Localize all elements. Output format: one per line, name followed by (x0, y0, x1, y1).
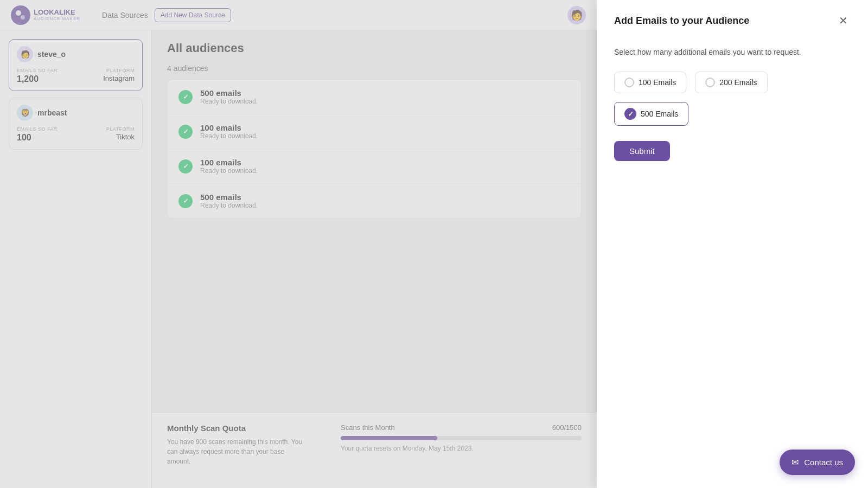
platform-value-steve-o: Instagram (103, 74, 135, 82)
svg-point-2 (21, 15, 25, 20)
radio-check-500 (624, 108, 636, 120)
quota-numbers: 600/1500 (552, 423, 582, 432)
check-icon-2 (178, 125, 193, 139)
right-panel: Add Emails to your Audience ✕ Select how… (597, 0, 868, 488)
scans-label: Scans this Month (341, 423, 395, 432)
source-avatar-steve-o: 🧑 (17, 46, 33, 62)
email-option-500[interactable]: 500 Emails (614, 102, 688, 126)
platform-value-mrbeast: Tiktok (106, 133, 135, 141)
audience-item: 100 emails Ready to download. (168, 149, 581, 184)
progress-bar-fill (341, 436, 437, 440)
audience-list: 500 emails Ready to download. 100 emails… (167, 79, 582, 219)
emails-value-mrbeast: 100 (17, 133, 58, 143)
audience-item: 500 emails Ready to download. (168, 80, 581, 114)
platform-label-steve-o: PLATFORM (103, 68, 135, 73)
check-icon-4 (178, 194, 193, 208)
sidebar: 🧑 steve_o EMAILS SO FAR 1,200 PLATFORM I… (0, 30, 152, 488)
check-icon-1 (178, 90, 193, 104)
logo: LOOKALIKE AUDIENCE MAKER (11, 5, 80, 25)
panel-subtitle: Select how many additional emails you wa… (614, 48, 851, 56)
source-name-mrbeast: mrbeast (37, 108, 67, 117)
svg-point-0 (11, 5, 30, 25)
audience-status-3: Ready to download. (200, 167, 258, 175)
logo-sub: AUDIENCE MAKER (34, 16, 80, 21)
email-option-100[interactable]: 100 Emails (614, 72, 686, 93)
audience-status-2: Ready to download. (200, 132, 258, 140)
radio-200 (705, 78, 715, 87)
source-name-steve-o: steve_o (37, 50, 66, 59)
data-sources-label: Data Sources (102, 11, 148, 20)
radio-100 (624, 78, 634, 87)
audience-status-4: Ready to download. (200, 202, 258, 209)
submit-button[interactable]: Submit (614, 141, 670, 161)
check-icon-3 (178, 159, 193, 174)
source-card-header-mrbeast: 🦁 mrbeast (17, 105, 135, 121)
user-avatar-nav: 🧑 (567, 6, 586, 24)
quota-reset: Your quota resets on Monday, May 15th 20… (341, 445, 582, 452)
logo-text: LOOKALIKE (34, 9, 80, 16)
source-stats-steve-o: EMAILS SO FAR 1,200 PLATFORM Instagram (17, 68, 135, 84)
email-option-200[interactable]: 200 Emails (695, 72, 767, 93)
user-avatar: 🧑 (567, 6, 586, 24)
panel-header: Add Emails to your Audience ✕ (614, 13, 851, 37)
sidebar-header-inline: Data Sources Add New Data Source (102, 8, 231, 22)
close-panel-button[interactable]: ✕ (835, 13, 851, 28)
source-card-header: 🧑 steve_o (17, 46, 135, 62)
source-avatar-mrbeast: 🦁 (17, 105, 33, 121)
bottom-bar: Monthly Scan Quota You have 900 scans re… (152, 412, 597, 488)
source-card-mrbeast[interactable]: 🦁 mrbeast EMAILS SO FAR 100 PLATFORM Tik… (9, 98, 143, 150)
emails-value-steve-o: 1,200 (17, 74, 58, 84)
contact-us-label: Contact us (804, 458, 843, 467)
audience-status-1: Ready to download. (200, 98, 258, 105)
mail-icon: ✉ (792, 457, 799, 467)
source-stats-mrbeast: EMAILS SO FAR 100 PLATFORM Tiktok (17, 126, 135, 143)
emails-label-mrbeast: EMAILS SO FAR (17, 126, 58, 132)
audience-emails-3: 100 emails (200, 158, 258, 167)
emails-label-steve-o: EMAILS SO FAR (17, 68, 58, 73)
email-options: 100 Emails 200 Emails (614, 72, 851, 93)
audiences-count: 4 audiences (167, 64, 582, 73)
email-option-500-label: 500 Emails (641, 110, 678, 118)
quota-progress-bar (341, 436, 582, 440)
contact-us-button[interactable]: ✉ Contact us (780, 450, 855, 475)
audience-emails-2: 100 emails (200, 123, 258, 132)
email-option-200-label: 200 Emails (719, 78, 757, 87)
logo-icon (11, 5, 30, 25)
audiences-section: All audiences 4 audiences 500 emails Rea… (152, 41, 597, 219)
audience-emails-1: 500 emails (200, 88, 258, 98)
source-card-steve-o[interactable]: 🧑 steve_o EMAILS SO FAR 1,200 PLATFORM I… (9, 39, 143, 91)
email-option-100-label: 100 Emails (639, 78, 676, 87)
add-new-data-source-button[interactable]: Add New Data Source (155, 8, 231, 22)
section-title: All audiences (167, 41, 582, 55)
platform-label-mrbeast: PLATFORM (106, 126, 135, 132)
panel-title: Add Emails to your Audience (614, 15, 749, 27)
audience-emails-4: 500 emails (200, 192, 258, 202)
top-nav: LOOKALIKE AUDIENCE MAKER Data Sources Ad… (0, 0, 597, 30)
audience-item: 100 emails Ready to download. (168, 114, 581, 149)
svg-point-1 (16, 10, 21, 16)
audience-item: 500 emails Ready to download. (168, 184, 581, 218)
quota-title: Monthly Scan Quota (167, 423, 319, 433)
quota-desc: You have 900 scans remaining this month.… (167, 437, 308, 466)
